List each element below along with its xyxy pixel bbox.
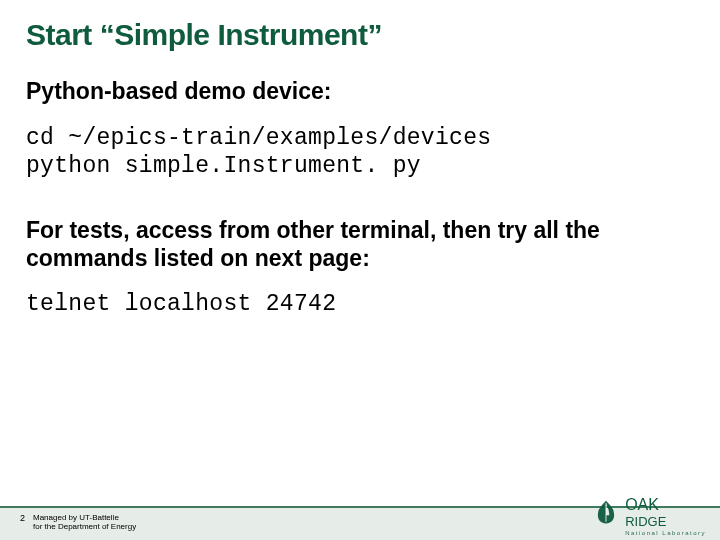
instructions-text: For tests, access from other terminal, t… — [26, 217, 694, 272]
slide-title: Start “Simple Instrument” — [26, 18, 694, 52]
slide: Start “Simple Instrument” Python-based d… — [0, 0, 720, 540]
logo-line-oak: OAKRIDGE — [625, 497, 706, 529]
managed-line-2: for the Department of Energy — [33, 522, 136, 531]
page-number: 2 — [20, 513, 25, 523]
logo-text: OAKRIDGE National Laboratory — [625, 497, 706, 536]
code-block-1: cd ~/epics-train/examples/devices python… — [26, 124, 694, 182]
leaf-icon — [593, 499, 619, 525]
logo-subtitle: National Laboratory — [625, 530, 706, 536]
managed-by: Managed by UT-Battelle for the Departmen… — [33, 513, 136, 531]
intro-text: Python-based demo device: — [26, 78, 694, 106]
ornl-logo: OAKRIDGE National Laboratory — [593, 497, 706, 536]
managed-line-1: Managed by UT-Battelle — [33, 513, 119, 522]
footer: 2 Managed by UT-Battelle for the Departm… — [0, 486, 720, 540]
code-block-2: telnet localhost 24742 — [26, 290, 694, 319]
